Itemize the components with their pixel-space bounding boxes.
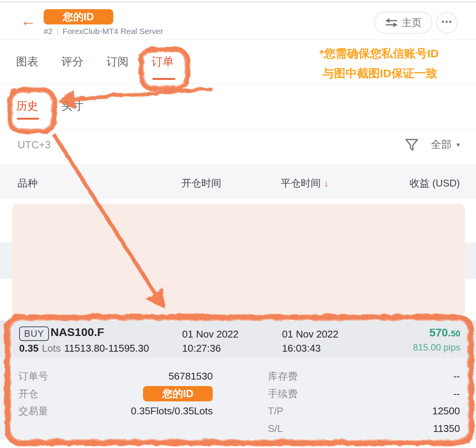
tab-chart[interactable]: 图表	[16, 40, 38, 83]
tab-orders-label: 订单	[152, 54, 174, 70]
order-id-mask: 您的ID	[143, 386, 213, 401]
detail-row-order-id: 订单号 56781530	[18, 368, 213, 385]
detail-label: T/P	[268, 405, 283, 417]
detail-value: 0.35Flots/0.35Lots	[131, 405, 213, 417]
chevron-down-icon: ▼	[455, 141, 461, 148]
annotation-text-line1: *您需确保您私信账号ID	[320, 46, 439, 62]
order-open-time: 01 Nov 2022 10:27:36	[182, 327, 238, 355]
more-button[interactable]: •••	[436, 12, 458, 34]
home-button[interactable]: 主页	[374, 11, 432, 34]
detail-value: 56781530	[168, 370, 213, 382]
tab-subscription-label: 订阅	[106, 54, 129, 70]
order-id-mask-label: 您的ID	[163, 387, 194, 401]
annotation-text-line2: 与图中截图ID保证一致	[323, 66, 437, 81]
order-close-time: 01 Nov 2022 16:03:43	[282, 327, 338, 355]
detail-value: --	[453, 388, 460, 400]
detail-label: 手续费	[268, 387, 298, 401]
tab-orders[interactable]: 订单	[152, 40, 174, 83]
subtab-positions[interactable]: 头寸	[61, 84, 83, 128]
sort-descending-icon: ↓	[324, 177, 329, 189]
history-table-header: 品种 开仓时间 平仓时间 ↓ 收益 (USD)	[0, 164, 476, 199]
order-row[interactable]: BUY NAS100.F 0.35 Lots 11513.80-11595.30…	[0, 320, 476, 358]
order-symbol: NAS100.F	[51, 326, 104, 339]
header: ← 您的ID #2 ForexClub-MT4 Real Server 主页 •…	[0, 2, 476, 40]
detail-row-open-by: 开仓 您的ID	[18, 385, 213, 403]
subtab-history[interactable]: 历史	[16, 84, 38, 128]
back-button[interactable]: ←	[21, 12, 36, 29]
order-volume-unit: Lots	[42, 342, 61, 354]
account-subtitle: #2 ForexClub-MT4 Real Server	[44, 27, 163, 36]
open-date: 01 Nov 2022	[182, 328, 238, 340]
account-id-mask: 您的ID	[44, 9, 113, 24]
toolbar-row: UTC+3 全部 ▼	[0, 128, 476, 164]
order-details: 订单号 56781530 开仓 您的ID 交易量 0.35Flots/0.35L…	[0, 358, 476, 440]
detail-value: 11350	[433, 423, 460, 435]
redaction-overlay	[12, 204, 465, 316]
order-profit: 570.50 815.00 pips	[413, 326, 460, 353]
column-symbol: 品种	[18, 177, 37, 190]
filter-button[interactable]	[404, 138, 419, 153]
order-volume: 0.35	[19, 342, 39, 354]
tab-chart-label: 图表	[16, 54, 38, 70]
profit-pips: 815.00 pips	[413, 342, 460, 353]
tab-rating[interactable]: 评分	[61, 40, 83, 83]
trading-app-window: ← 您的ID #2 ForexClub-MT4 Real Server 主页 •…	[0, 0, 476, 448]
close-date: 01 Nov 2022	[282, 328, 338, 340]
close-time: 16:03:43	[282, 342, 321, 354]
subtab-positions-label: 头寸	[61, 99, 83, 114]
order-price-range: 11513.80-11595.30	[64, 342, 149, 354]
more-dots-icon: •••	[441, 18, 452, 28]
account-number: #2	[44, 27, 52, 36]
timezone-label: UTC+3	[18, 139, 51, 151]
detail-value: --	[453, 370, 460, 382]
filter-funnel-icon	[404, 138, 419, 153]
detail-label: 库存费	[268, 370, 298, 383]
subtitle-divider	[57, 27, 58, 36]
open-time: 10:27:36	[182, 342, 221, 354]
filter-dropdown[interactable]: 全部 ▼	[431, 138, 461, 151]
details-left-column: 订单号 56781530 开仓 您的ID 交易量 0.35Flots/0.35L…	[18, 368, 213, 420]
order-volume-line: 0.35 Lots 11513.80-11595.30	[19, 342, 149, 354]
filter-value: 全部	[431, 138, 452, 151]
detail-row-swap: 库存费 --	[268, 368, 460, 385]
detail-row-commission: 手续费 --	[268, 385, 460, 403]
detail-label: 订单号	[18, 370, 48, 383]
profit-value: 570.50	[413, 326, 460, 340]
detail-value: 12500	[432, 405, 460, 417]
tab-rating-label: 评分	[61, 54, 83, 70]
column-profit: 收益 (USD)	[410, 177, 460, 190]
detail-row-sl: S/L 11350	[268, 420, 460, 438]
detail-label: S/L	[268, 423, 283, 435]
column-close-time-label: 平仓时间	[281, 177, 321, 190]
history-list	[0, 199, 476, 320]
buy-badge: BUY	[19, 326, 49, 341]
detail-row-volume: 交易量 0.35Flots/0.35Lots	[18, 403, 213, 420]
tab-subscription[interactable]: 订阅	[106, 40, 129, 83]
subtab-history-label: 历史	[16, 99, 38, 114]
details-right-column: 库存费 -- 手续费 -- T/P 12500 S/L 11350	[268, 368, 460, 437]
orders-subtab-bar: 历史 头寸	[0, 84, 476, 128]
server-name: ForexClub-MT4 Real Server	[62, 27, 163, 36]
back-arrow-icon: ←	[21, 12, 36, 29]
account-id-mask-label: 您的ID	[63, 10, 94, 24]
home-label: 主页	[402, 16, 422, 29]
detail-label: 交易量	[18, 404, 48, 418]
swap-arrows-icon	[385, 18, 398, 28]
detail-row-tp: T/P 12500	[268, 403, 460, 420]
detail-label: 开仓	[18, 387, 38, 401]
column-close-time-sort[interactable]: 平仓时间 ↓	[281, 177, 329, 190]
column-open-time: 开仓时间	[181, 177, 221, 190]
